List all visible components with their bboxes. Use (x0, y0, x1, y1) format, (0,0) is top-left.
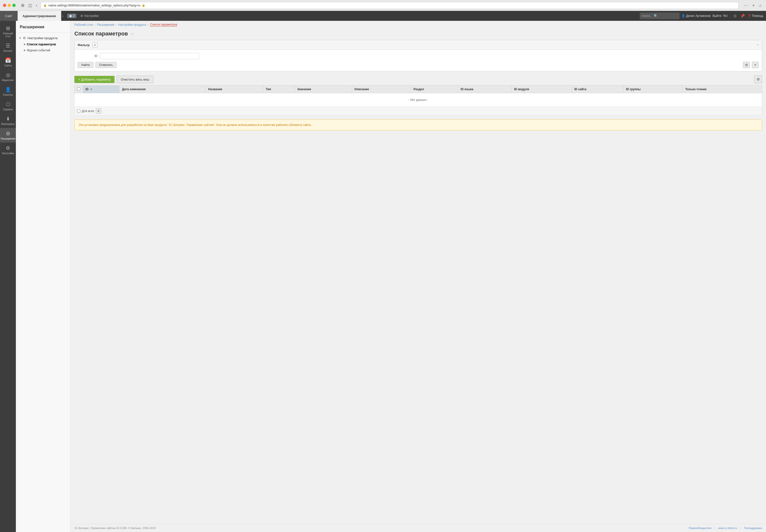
th-module-id[interactable]: ID модуля (512, 86, 572, 93)
sidebar-item-services[interactable]: ⬡ Сервисы (0, 99, 16, 113)
filter-minimize-button[interactable]: − (757, 43, 759, 47)
left-sidebar: ⊞ Рабочий стол ☰ Контент 📅 Сайты ◎ Марке… (0, 21, 16, 532)
sidebar-item-marketing[interactable]: ◎ Маркетинг (0, 69, 16, 84)
footer-close-button[interactable]: ✕ (96, 108, 101, 114)
layout-icon-button[interactable]: ⊟ (733, 13, 737, 18)
favorite-button[interactable]: ☆ (130, 31, 134, 36)
filter-gear-button[interactable]: ⚙ (743, 62, 750, 68)
th-name[interactable]: Название (206, 86, 263, 93)
th-site-id[interactable]: ID сайта (572, 86, 623, 93)
settings-tree-icon: ⚙ (23, 36, 26, 40)
tree-item-params-list[interactable]: Список параметров (16, 41, 70, 47)
minimize-window-button[interactable] (8, 4, 11, 7)
tree-label-params-list: Список параметров (27, 43, 56, 46)
footer-checkbox[interactable] (77, 110, 80, 113)
cancel-filter-button[interactable]: Отменить (95, 62, 117, 68)
browser-navigation: ⊞ ◫ ‹ (20, 2, 39, 8)
maximize-window-button[interactable] (12, 4, 16, 7)
footer-label: Для всех (82, 109, 94, 113)
find-button[interactable]: Найти (78, 62, 93, 68)
help-button[interactable]: ❓ Помощь (748, 14, 764, 18)
page-title: Список параметров (74, 30, 128, 37)
sidebar-item-extensions[interactable]: ⊙ Расширения (0, 128, 16, 143)
clear-cache-button[interactable]: Очистить весь кеш (117, 76, 153, 83)
th-date[interactable]: Дата изменения (119, 86, 206, 93)
sidebar-item-settings[interactable]: ⚙ Настройки (0, 143, 16, 157)
filter-actions: Найти Отменить ⚙ + (78, 62, 759, 68)
address-bar[interactable]: 🔒 native.settings:8890/bitrix/admin/nati… (41, 2, 738, 9)
filter-section: Фильтр + − ID Найти Отменить (74, 40, 762, 71)
footer-link-rights[interactable]: Правообладатели (689, 527, 711, 530)
search-box[interactable]: поиск... 🔍 (640, 13, 679, 19)
add-param-button[interactable]: + Добавить параметр (74, 76, 115, 83)
sidebar-item-desktop[interactable]: ⊞ Рабочий стол (0, 23, 16, 40)
footer-links: Правообладатели | www.1c-bitrix.ru | Тех… (689, 527, 762, 530)
sidebar-label-desktop: Рабочий стол (1, 32, 14, 38)
second-sidebar-title: Расширения (16, 21, 70, 32)
user-menu-button[interactable]: 👤 Денис Артамонов (681, 14, 711, 18)
table-footer-row: Для всех ✕ (75, 107, 762, 116)
filter-plus-button[interactable]: + (752, 62, 759, 68)
tree-item-product-settings[interactable]: ▼ ⚙ Настройки продукта (16, 34, 70, 41)
gear-icon: ⚙ (80, 14, 83, 18)
sidebar-item-clients[interactable]: 👤 Клиенты (0, 84, 16, 99)
th-section[interactable]: Раздел (411, 86, 458, 93)
notification-icon: ▣ (69, 14, 72, 18)
table-settings-button[interactable]: ⚙ (754, 75, 762, 83)
topbar-settings-link[interactable]: ⚙ Настройки (80, 14, 99, 18)
table-settings-icon: ⚙ (757, 77, 760, 82)
th-group-id[interactable]: ID группы (623, 86, 683, 93)
breadcrumb-extensions[interactable]: Расширения (97, 23, 114, 27)
filter-id-label: ID (78, 54, 97, 58)
tree-item-events-log[interactable]: Журнал событий (16, 47, 70, 53)
footer-copyright: 1С-Битрикс: Управление сайтом 22.0.400. … (74, 527, 156, 530)
user-icon: 👤 (681, 14, 685, 18)
th-type[interactable]: Тип (263, 86, 295, 93)
share-button[interactable]: ⋯ (742, 2, 749, 8)
footer-link-website[interactable]: www.1c-bitrix.ru (718, 527, 737, 530)
sidebar-item-marketplace[interactable]: ⬇ Marketplace (0, 113, 16, 128)
sidebar-label-clients: Клиенты (3, 93, 13, 96)
sidebar-toggle-button[interactable]: ◫ (27, 2, 33, 8)
search-button[interactable]: 🔍 (654, 14, 658, 18)
toolbar: + Добавить параметр Очистить весь кеш ⚙ (74, 75, 762, 83)
filter-id-row: ID (78, 53, 759, 59)
tree-label-events-log: Журнал событий (27, 49, 50, 52)
tab-admin[interactable]: Администрирование (18, 11, 61, 21)
tree-arrow-icon: ▼ (19, 37, 21, 39)
new-tab-button[interactable]: + (751, 2, 756, 8)
notification-badge: 2 (73, 14, 75, 18)
table-footer-inner: Для всех ✕ (77, 108, 759, 114)
close-window-button[interactable] (3, 4, 6, 7)
th-lang-id[interactable]: ID языка (458, 86, 512, 93)
no-data-cell: - Нет данных - (75, 93, 762, 107)
th-description[interactable]: Описание (352, 86, 411, 93)
footer-sep-2: | (740, 527, 741, 530)
notification-button[interactable]: ▣ 2 (67, 14, 77, 18)
filter-id-input[interactable] (100, 53, 199, 59)
exit-button[interactable]: Выйти (712, 14, 721, 18)
pin-icon-button[interactable]: 📌 (739, 13, 746, 18)
th-checkbox (75, 86, 83, 93)
content-area: Рабочий стол › Расширения › Настройки пр… (70, 21, 766, 532)
page-header: Список параметров ☆ (70, 29, 766, 40)
breadcrumb-product-settings[interactable]: Настройки продукта (118, 23, 146, 27)
th-value[interactable]: Значение (295, 86, 352, 93)
select-all-checkbox[interactable] (77, 87, 80, 90)
back-button[interactable]: ⊞ (20, 2, 26, 8)
home-button[interactable]: ⌂ (758, 2, 763, 8)
tab-site[interactable]: Сайт (0, 11, 18, 21)
language-button[interactable]: RU (723, 14, 728, 18)
footer-link-support[interactable]: Техподдержка (744, 527, 762, 530)
th-readonly[interactable]: Только чтение (683, 86, 762, 93)
sidebar-item-content[interactable]: ☰ Контент (0, 40, 16, 55)
topbar-settings-label: Настройки (84, 14, 99, 18)
nav-back-button[interactable]: ‹ (34, 2, 39, 8)
breadcrumb-desktop[interactable]: Рабочий стол (74, 23, 93, 27)
table-footer-cell: Для всех ✕ (75, 107, 762, 116)
filter-add-button[interactable]: + (92, 42, 98, 48)
th-id[interactable]: ID ▼ (83, 86, 119, 93)
services-icon: ⬡ (6, 101, 10, 107)
sidebar-label-marketplace: Marketplace (1, 123, 15, 125)
sidebar-item-sites[interactable]: 📅 Сайты (0, 55, 16, 69)
